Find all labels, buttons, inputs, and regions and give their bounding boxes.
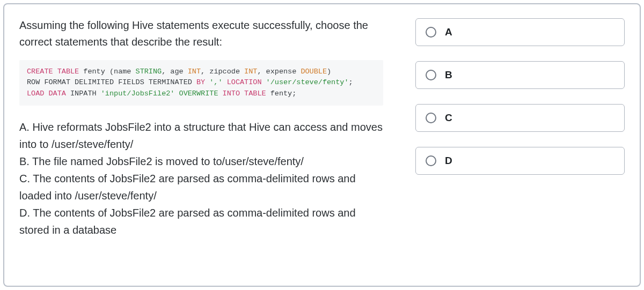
- radio-icon: [426, 27, 436, 38]
- answers-list: A. Hive reformats JobsFile2 into a struc…: [19, 118, 383, 239]
- code-token: 'input/JobsFile2': [101, 90, 175, 98]
- code-token: BY: [196, 78, 209, 86]
- options-column: A B C D: [415, 17, 625, 273]
- option-label: C: [445, 112, 452, 124]
- answer-text-b: B. The file named JobsFile2 is moved to …: [19, 153, 383, 170]
- code-token: OVERWRITE: [174, 90, 222, 98]
- answer-text-c: C. The contents of JobsFile2 are parsed …: [19, 170, 383, 204]
- code-token: , zipcode: [201, 68, 244, 76]
- question-body: Assuming the following Hive statements e…: [19, 17, 383, 273]
- code-token: fenty (name: [79, 68, 135, 76]
- radio-icon: [426, 70, 436, 80]
- code-token: '/user/steve/fenty': [266, 78, 349, 86]
- option-label: D: [445, 155, 452, 167]
- code-token: LOAD DATA: [27, 90, 70, 98]
- code-token: ;: [349, 78, 353, 86]
- code-token: STRING: [136, 68, 162, 76]
- code-token: , expense: [257, 68, 301, 76]
- code-token: ): [327, 68, 331, 76]
- question-card: Assuming the following Hive statements e…: [3, 3, 641, 287]
- option-label: B: [445, 69, 452, 81]
- code-block: CREATE TABLE fenty (name STRING, age INT…: [19, 60, 383, 106]
- answer-text-d: D. The contents of JobsFile2 are parsed …: [19, 204, 383, 239]
- code-token: fenty;: [266, 90, 297, 98]
- answer-text-a: A. Hive reformats JobsFile2 into a struc…: [19, 118, 383, 153]
- code-token: CREATE TABLE: [27, 68, 79, 76]
- code-token: ',': [209, 78, 222, 86]
- code-token: INPATH: [70, 90, 101, 98]
- option-label: A: [445, 26, 452, 38]
- option-a[interactable]: A: [415, 18, 625, 46]
- option-b[interactable]: B: [415, 61, 625, 89]
- option-c[interactable]: C: [415, 104, 625, 132]
- code-token: INT: [244, 68, 257, 76]
- code-token: DOUBLE: [301, 68, 327, 76]
- option-d[interactable]: D: [415, 147, 625, 175]
- radio-icon: [426, 155, 436, 166]
- code-token: INTO TABLE: [223, 90, 266, 98]
- radio-icon: [426, 113, 436, 123]
- code-token: INT: [188, 68, 201, 76]
- code-token: ROW FORMAT DELIMITED FIELDS TERMINATED: [27, 78, 196, 86]
- code-token: LOCATION: [223, 78, 266, 86]
- question-prompt: Assuming the following Hive statements e…: [19, 17, 383, 50]
- code-token: , age: [162, 68, 188, 76]
